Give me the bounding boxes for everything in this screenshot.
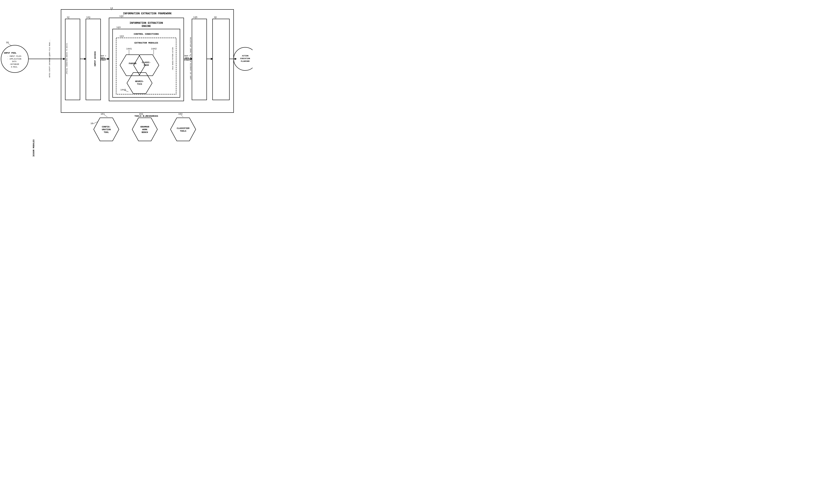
svg-point-4 — [1, 45, 28, 73]
svg-text:- INPUT FILES: - INPUT FILES — [7, 55, 21, 57]
svg-text:PREPROCESSOR MODULES: PREPROCESSOR MODULES — [33, 139, 35, 157]
svg-text:12: 12 — [67, 16, 69, 19]
svg-text:145: 145 — [193, 16, 197, 19]
svg-text:INFO-: INFO- — [185, 57, 190, 59]
svg-text:TEXT +: TEXT + — [100, 55, 106, 57]
svg-text:143: 143 — [116, 26, 121, 29]
svg-marker-60 — [190, 58, 192, 60]
svg-text:162: 162 — [139, 113, 143, 115]
svg-text:TOOLS & RESOURCES: TOOLS & RESOURCES — [134, 115, 158, 117]
svg-text:INFO-: INFO- — [101, 57, 106, 59]
svg-text:TOOLS: TOOLS — [180, 130, 186, 132]
svg-text:EXTRACTOR MODULES: EXTRACTOR MODULES — [134, 42, 158, 44]
svg-text:1441: 1441 — [126, 48, 132, 50]
svg-text:14: 14 — [110, 7, 113, 9]
svg-text:INFORMATION EXTRACTION FRAMEWO: INFORMATION EXTRACTION FRAMEWORK — [123, 12, 172, 15]
diagram-container: 14 INFORMATION EXTRACTION FRAMEWORK INPU… — [0, 0, 252, 157]
svg-text:PARSER: PARSER — [129, 62, 136, 65]
svg-rect-37 — [113, 29, 180, 97]
svg-point-78 — [234, 47, 252, 70]
svg-text:163: 163 — [178, 113, 182, 115]
svg-text:DATA: DATA — [12, 61, 17, 63]
svg-text:ENGINE: ENGINE — [142, 25, 151, 28]
svg-text:TEXT +: TEXT + — [184, 55, 190, 57]
svg-text:CLASSI-: CLASSI- — [142, 61, 151, 64]
svg-rect-64 — [192, 19, 207, 100]
svg-text:1442: 1442 — [151, 48, 157, 50]
svg-text:1443: 1443 — [120, 89, 126, 91]
svg-text:-CARRY OUT SUGGESTED ACTION IN: -CARRY OUT SUGGESTED ACTION IN TARGET AP… — [190, 37, 191, 81]
svg-marker-95 — [132, 118, 157, 141]
svg-text:FIER: FIER — [144, 64, 149, 66]
svg-text:10: 10 — [6, 41, 9, 44]
svg-rect-0 — [61, 9, 234, 113]
svg-text:INFORMATION EXTRACTION: INFORMATION EXTRACTION — [130, 22, 163, 25]
svg-text:CONFIG-: CONFIG- — [102, 126, 111, 128]
svg-text:TOOL: TOOL — [104, 131, 109, 134]
svg-text:-RULE BASED-PATTERN ACTION: -RULE BASED-PATTERN ACTION — [172, 47, 174, 70]
svg-marker-21 — [84, 58, 86, 60]
svg-line-84 — [93, 122, 98, 124]
svg-text:STRUCT: STRUCT — [184, 59, 190, 61]
svg-text:141: 141 — [86, 16, 90, 19]
svg-rect-15 — [65, 19, 80, 100]
svg-text:E-MAIL: E-MAIL — [11, 66, 18, 68]
svg-text:EXECUTION: EXECUTION — [240, 58, 250, 60]
svg-text:HEURIS-: HEURIS- — [135, 80, 144, 83]
svg-marker-14 — [63, 58, 65, 60]
svg-text:CONTROL CONDITIONS: CONTROL CONDITIONS — [134, 33, 159, 35]
svg-text:161: 161 — [101, 113, 105, 115]
svg-text:INPUT POOL: INPUT POOL — [4, 52, 16, 54]
svg-marker-45 — [120, 55, 145, 76]
svg-marker-49 — [134, 55, 159, 76]
svg-line-12 — [8, 43, 12, 46]
svg-text:142: 142 — [119, 15, 123, 17]
svg-text:- APPLICATION: - APPLICATION — [7, 58, 21, 60]
svg-line-86 — [104, 115, 107, 117]
svg-text:PLARFORM: PLARFORM — [241, 60, 250, 62]
svg-marker-99 — [170, 118, 196, 141]
svg-text:144: 144 — [119, 35, 124, 37]
svg-rect-22 — [86, 19, 101, 100]
svg-rect-41 — [116, 38, 176, 94]
svg-line-88 — [143, 115, 146, 117]
svg-text:-DATABASE: -DATABASE — [9, 63, 19, 65]
svg-text:INPUT ACCESS: INPUT ACCESS — [94, 51, 96, 66]
svg-text:WORK: WORK — [142, 129, 147, 131]
svg-rect-32 — [109, 18, 184, 101]
svg-text:STRUCT: STRUCT — [100, 59, 106, 61]
svg-marker-77 — [235, 58, 237, 60]
svg-text:ACTION: ACTION — [242, 55, 248, 57]
svg-line-58 — [124, 90, 128, 92]
svg-marker-28 — [107, 58, 109, 60]
svg-line-90 — [181, 115, 183, 117]
svg-text:BENCH: BENCH — [142, 131, 148, 134]
svg-text:URATION: URATION — [102, 129, 111, 131]
svg-text:TICS: TICS — [137, 83, 142, 85]
svg-rect-71 — [212, 19, 229, 100]
svg-text:CLASSIFIER: CLASSIFIER — [177, 127, 189, 130]
svg-text:16: 16 — [90, 122, 93, 125]
svg-text:-NOTES SCRIPT-DATABASE QUERY-F: -NOTES SCRIPT-DATABASE QUERY-FILE READ..… — [49, 40, 50, 78]
svg-marker-70 — [211, 58, 213, 60]
svg-text:GRAMMAR: GRAMMAR — [140, 126, 149, 128]
svg-marker-54 — [127, 73, 152, 94]
svg-text:-SPECIAL CHARACTERS-EBCDIC TO : -SPECIAL CHARACTERS-EBCDIC TO ASCII1 — [66, 43, 68, 75]
svg-text:18: 18 — [214, 16, 216, 19]
svg-marker-91 — [94, 118, 119, 141]
